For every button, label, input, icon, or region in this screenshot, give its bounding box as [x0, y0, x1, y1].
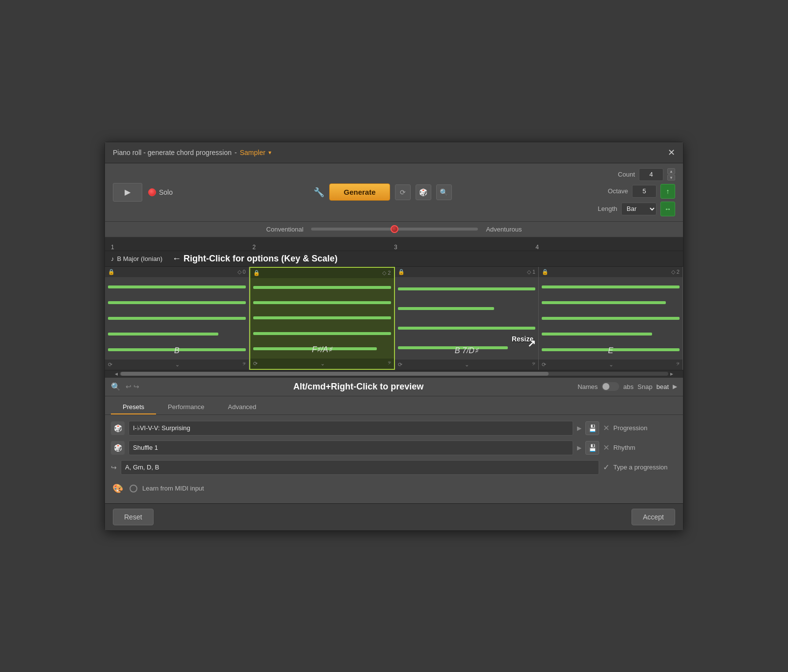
chord-1-bass-icon[interactable]: 𝄢 — [242, 362, 246, 368]
length-row: Length Bar Beat 2 Bars ↔ — [593, 202, 675, 216]
top-controls: ▶ Solo 🔧 Generate ⟳ 🎲 🔍 Count — [105, 163, 683, 222]
progression-save-button[interactable]: 💾 — [585, 421, 599, 435]
chord-4-refresh-icon[interactable]: ⟳ — [542, 362, 546, 368]
count-input[interactable] — [639, 168, 663, 181]
toggle-knob — [603, 383, 609, 390]
chord-block-3[interactable]: 🔒 ◇ 1 B 7/D♯ ⟳ ⌄ 𝄢 Resize ↗ — [395, 267, 539, 370]
scroll-track[interactable] — [120, 372, 668, 376]
refresh-icon: ⟳ — [400, 188, 406, 196]
key-scale-bar: ♪ B Major (Ionian) ← Right-Click for opt… — [105, 251, 683, 267]
progression-preset-icon[interactable]: 🎲 — [111, 421, 125, 435]
progression-close-button[interactable]: ✕ — [603, 423, 609, 433]
snap-arrow[interactable]: ▶ — [673, 383, 677, 390]
note-line — [542, 333, 652, 336]
play-button[interactable]: ▶ — [113, 183, 142, 202]
preview-annotation: Alt/cmd+Right-Click to preview — [144, 382, 573, 392]
scrollbar[interactable]: ◂ ▸ — [105, 370, 683, 378]
octave-row: Octave ↑ — [604, 184, 675, 199]
chord-3-refresh-icon[interactable]: ⟳ — [398, 362, 402, 368]
search-tool-button[interactable]: 🔍 — [436, 184, 452, 200]
rhythm-preset-input[interactable] — [129, 440, 573, 455]
tab-performance[interactable]: Performance — [156, 400, 216, 414]
learn-midi-row: 🎨 Learn from MIDI input — [111, 480, 677, 497]
chord-1-refresh-icon[interactable]: ⟳ — [108, 362, 112, 368]
count-up-button[interactable]: ▲ — [667, 168, 675, 174]
progression-text-input[interactable] — [121, 460, 599, 475]
note-line — [108, 333, 218, 336]
wrench-icon: 🔧 — [314, 187, 324, 197]
slider-thumb[interactable] — [391, 225, 398, 233]
names-toggle[interactable] — [602, 382, 619, 391]
scroll-right-button[interactable]: ▸ — [670, 370, 673, 377]
chord-3-bass-icon[interactable]: 𝄢 — [532, 362, 535, 368]
rhythm-save-button[interactable]: 💾 — [585, 441, 599, 455]
chord-block-3-footer: ⟳ ⌄ 𝄢 — [395, 360, 539, 370]
undo-redo-buttons: ↩ ↪ — [126, 383, 139, 390]
chord-block-3-lock: 🔒 — [398, 269, 405, 275]
length-select[interactable]: Bar Beat 2 Bars — [621, 203, 657, 215]
chord-3-dropdown-icon[interactable]: ⌄ — [465, 362, 469, 368]
chord-block-4[interactable]: 🔒 ◇ 2 E ⟳ ⌄ 𝄢 — [539, 267, 683, 370]
chord-block-2-num: ◇ 2 — [382, 270, 391, 276]
dice-button[interactable]: 🎲 — [416, 184, 431, 200]
chord-block-2[interactable]: 🔒 ◇ 2 F♯/A♯ ⟳ ⌄ 𝄢 — [249, 267, 395, 370]
accept-button[interactable]: Accept — [631, 509, 675, 525]
reset-button[interactable]: Reset — [113, 509, 154, 525]
octave-input[interactable] — [632, 185, 657, 198]
length-arrow-button[interactable]: ↔ — [660, 202, 675, 216]
chord-2-bass-icon[interactable]: 𝄢 — [388, 361, 391, 367]
count-stepper: ▲ ▼ — [667, 168, 675, 181]
rhythm-close-button[interactable]: ✕ — [603, 443, 609, 452]
window-title: Piano roll - generate chord progression — [113, 149, 232, 156]
chord-2-dropdown-icon[interactable]: ⌄ — [320, 361, 325, 367]
chord-block-1[interactable]: 🔒 ◇ 0 B ⟳ ⌄ 𝄢 — [105, 267, 249, 370]
toggle-track[interactable] — [602, 382, 619, 391]
note-line — [542, 285, 680, 288]
note-line — [398, 327, 536, 330]
progression-preset-arrow[interactable]: ▶ — [577, 425, 581, 432]
count-row: Count ▲ ▼ — [610, 168, 675, 181]
right-click-annotation: ← Right-Click for options (Key & Scale) — [172, 254, 338, 264]
progression-preset-row: 🎲 ▶ 💾 ✕ Progression — [111, 421, 677, 436]
wrench-button[interactable]: 🔧 — [314, 187, 324, 198]
close-button[interactable]: ✕ — [668, 147, 675, 158]
scroll-thumb[interactable] — [121, 372, 549, 376]
count-down-button[interactable]: ▼ — [667, 175, 675, 181]
rhythm-preset-icon[interactable]: 🎲 — [111, 441, 125, 455]
solo-button[interactable]: Solo — [148, 188, 173, 196]
style-slider[interactable] — [311, 228, 478, 231]
sampler-dropdown-arrow[interactable]: ▾ — [268, 149, 271, 156]
undo-button[interactable]: ↩ — [126, 383, 131, 390]
bottom-search-icon[interactable]: 🔍 — [111, 382, 121, 391]
note-line — [253, 286, 391, 289]
names-label: Names — [578, 383, 598, 390]
tab-presets[interactable]: Presets — [111, 400, 156, 414]
palette-icon[interactable]: 🎨 — [111, 482, 125, 495]
chord-block-1-header: 🔒 ◇ 0 — [105, 267, 249, 277]
chord-block-2-header: 🔒 ◇ 2 — [250, 268, 394, 278]
solo-indicator — [148, 188, 156, 196]
title-separator: - — [235, 149, 237, 156]
progression-check-button[interactable]: ✓ — [603, 463, 609, 472]
key-scale-text[interactable]: ♪ B Major (Ionian) — [111, 255, 162, 262]
redo-button[interactable]: ↪ — [133, 383, 139, 390]
refresh-button[interactable]: ⟳ — [395, 184, 411, 200]
chord-4-bass-icon[interactable]: 𝄢 — [676, 362, 680, 368]
midi-radio-button[interactable] — [130, 485, 137, 492]
chord-2-refresh-icon[interactable]: ⟳ — [253, 361, 258, 367]
ruler-mark-3: 3 — [394, 244, 397, 251]
progression-preset-input[interactable] — [129, 421, 573, 436]
main-window: Piano roll - generate chord progression … — [105, 142, 683, 531]
note-line — [398, 307, 495, 310]
ruler-bar: 1 2 3 4 — [105, 237, 683, 251]
sampler-label[interactable]: Sampler — [240, 149, 265, 156]
chord-1-dropdown-icon[interactable]: ⌄ — [175, 362, 180, 368]
chord-4-dropdown-icon[interactable]: ⌄ — [609, 362, 613, 368]
generate-button[interactable]: Generate — [329, 183, 390, 201]
presets-content: 🎲 ▶ 💾 ✕ Progression 🎲 ▶ 💾 ✕ Rhythm ↪ — [105, 415, 683, 503]
octave-up-button[interactable]: ↑ — [660, 184, 675, 199]
rhythm-preset-arrow[interactable]: ▶ — [577, 444, 581, 451]
note-line — [108, 285, 246, 288]
tab-advanced[interactable]: Advanced — [216, 400, 268, 414]
scroll-left-button[interactable]: ◂ — [115, 370, 118, 377]
